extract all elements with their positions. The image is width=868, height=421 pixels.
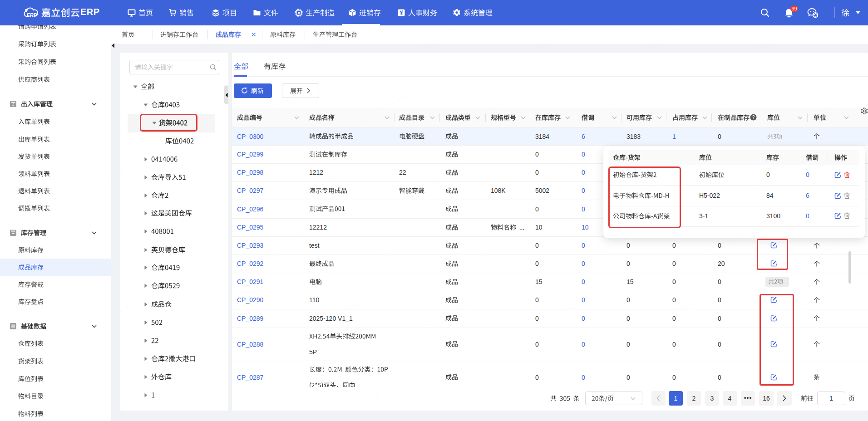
svg-text:?: ?: [752, 115, 755, 120]
svg-text:ERP: ERP: [27, 12, 37, 18]
